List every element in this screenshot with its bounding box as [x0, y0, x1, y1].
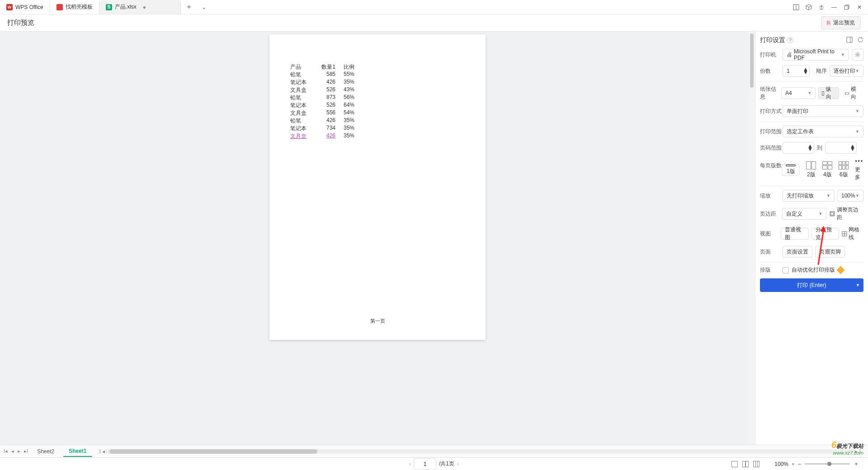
sheet-last-button[interactable]: ▸I	[24, 448, 28, 454]
page-title: 打印预览	[7, 19, 34, 27]
zoom-in-button[interactable]: ＋	[854, 460, 859, 468]
chevron-down-icon[interactable]: ▼	[856, 283, 860, 287]
watermark: 6极光下载站 www.xz7.com	[831, 440, 863, 456]
margin-select[interactable]: 自定义▼	[782, 208, 826, 220]
pagerange-label: 页码范围	[760, 144, 783, 152]
order-label: 顺序	[816, 67, 830, 75]
printer-settings-button[interactable]	[852, 49, 863, 61]
grid-icon	[842, 231, 847, 237]
chevron-down-icon: ▼	[841, 52, 845, 57]
table-row: 笔记本52664%	[290, 102, 465, 109]
sheet-icon: S	[106, 4, 112, 10]
svg-rect-5	[847, 37, 852, 42]
page-to-input[interactable]: ▲▼	[825, 142, 857, 154]
tab-template[interactable]: 找稻壳模板	[50, 0, 99, 14]
layout-4-button[interactable]: 4版	[822, 161, 832, 179]
zoom-out-button[interactable]: −	[798, 461, 801, 467]
svg-point-3	[821, 5, 822, 7]
landscape-button[interactable]: ▭横向	[842, 87, 863, 99]
page-setup-button[interactable]: 页面设置	[783, 246, 812, 258]
page-from-input[interactable]: ▲▼	[783, 142, 814, 154]
premium-icon	[836, 266, 844, 274]
zoom-value[interactable]: 100%	[774, 461, 788, 467]
auto-optimize-checkbox[interactable]	[783, 267, 789, 273]
zoom-slider[interactable]	[805, 463, 850, 465]
sheet-tab-sheet1[interactable]: Sheet1	[63, 446, 92, 457]
sheet-prev-button[interactable]: ◂	[11, 448, 14, 454]
sheet-tab-sheet2[interactable]: Sheet2	[32, 446, 60, 456]
normal-view-button[interactable]: 普通视图	[781, 228, 809, 240]
table-row: 笔记本73435%	[290, 125, 465, 132]
svg-point-7	[857, 54, 859, 56]
order-select[interactable]: 逐份打印▼	[830, 65, 863, 77]
margins-icon	[829, 211, 835, 217]
page-view-button[interactable]: 分页预览	[811, 228, 840, 240]
sheet-next-button[interactable]: ▸	[18, 448, 20, 454]
portrait-button[interactable]: ▯纵向	[818, 87, 839, 99]
portrait-icon: ▯	[821, 90, 825, 96]
exit-preview-button[interactable]: ⎘ 退出预览	[821, 16, 861, 29]
tab-add-button[interactable]: ＋	[181, 2, 197, 12]
layout-1-button[interactable]: 1版	[782, 164, 800, 176]
method-select[interactable]: 单面打印▼	[783, 105, 863, 117]
titlebar: W WPS Office 找稻壳模板 S 产品.xlsx ● ＋ ⌄ — ✕	[0, 0, 868, 14]
vertical-scrollbar[interactable]	[749, 32, 755, 445]
scale-select[interactable]: 无打印缩放▼	[783, 190, 835, 202]
page-prev-button[interactable]: ‹	[409, 461, 411, 467]
print-button[interactable]: 打印 (Enter) ▼	[760, 278, 863, 292]
copies-input[interactable]: 1▲▼	[783, 65, 810, 77]
print-settings-panel: 打印设置 ? 打印机 🖨Microsoft Print to PDF ▼ 份数 …	[755, 32, 868, 445]
subheader: 打印预览 ⎘ 退出预览	[0, 14, 868, 32]
close-button[interactable]: ✕	[856, 4, 863, 10]
wps-logo-icon: W	[6, 4, 13, 10]
layout-6-button[interactable]: 6版	[839, 161, 849, 179]
range-label: 打印范围	[760, 128, 783, 136]
table-row: 文具盒55654%	[290, 109, 465, 117]
table-row: 铅笔58555%	[290, 71, 465, 79]
printer-select[interactable]: 🖨Microsoft Print to PDF ▼	[783, 49, 849, 61]
perpage-label: 每页版数	[760, 158, 782, 169]
table-header: 产品 数量1 比例	[290, 63, 465, 71]
gridlines-button[interactable]: 网格线	[842, 226, 863, 241]
svg-rect-4	[844, 6, 848, 9]
refresh-icon[interactable]	[857, 37, 863, 44]
page-next-button[interactable]: ›	[457, 461, 459, 467]
page-number-input[interactable]: 1	[414, 458, 436, 470]
view-mode-2-icon[interactable]	[742, 461, 749, 467]
daoke-icon	[57, 4, 63, 10]
minimize-button[interactable]: —	[831, 4, 837, 10]
layout-more-button[interactable]: •••更多	[855, 158, 863, 181]
adjust-margins-button[interactable]: 调整页边距	[829, 206, 863, 221]
help-icon[interactable]: ?	[787, 37, 793, 43]
paper-label: 纸张信息	[760, 85, 781, 101]
paper-select[interactable]: A4▼	[781, 87, 816, 99]
sheet-first-button[interactable]: I◂	[4, 448, 8, 454]
scale-label: 缩放	[760, 192, 783, 200]
avatar-icon[interactable]	[818, 4, 825, 10]
panel-layout-icon[interactable]	[846, 37, 853, 44]
view-mode-3-icon[interactable]	[753, 461, 760, 467]
scale-pct-select[interactable]: 100%▼	[837, 190, 863, 202]
view-mode-1-icon[interactable]	[731, 461, 738, 467]
table-row: 笔记本42635%	[290, 79, 465, 86]
zoom-dropdown-icon[interactable]: ▾	[792, 462, 794, 466]
gear-icon	[854, 52, 861, 58]
sheet-bar: I◂ ◂ ▸ ▸I Sheet2 Sheet1 I ◂ ▸ I	[0, 445, 868, 457]
cube-icon[interactable]	[806, 4, 812, 10]
horizontal-scrollbar[interactable]: I ◂ ▸ I	[99, 448, 861, 455]
page-total-label: /共1页	[439, 460, 454, 468]
tab-wps-office[interactable]: W WPS Office	[0, 0, 50, 14]
layout-label: 排版	[760, 266, 783, 274]
view-label: 视图	[760, 230, 781, 238]
header-footer-button[interactable]: 页眉页脚	[815, 246, 845, 258]
tab-document[interactable]: S 产品.xlsx ●	[99, 0, 181, 14]
tab-menu-button[interactable]: ⌄	[197, 4, 211, 10]
status-bar: ‹ 1 /共1页 › 100% ▾ − ＋	[0, 457, 868, 470]
tab-close-icon[interactable]: ●	[143, 4, 146, 10]
layout-icon[interactable]	[793, 4, 799, 10]
range-select[interactable]: 选定工作表▼	[783, 126, 863, 137]
margin-label: 页边距	[760, 210, 782, 218]
layout-2-button[interactable]: 2版	[806, 161, 816, 179]
maximize-button[interactable]	[844, 4, 850, 10]
table-row: 文具盒52643%	[290, 86, 465, 94]
